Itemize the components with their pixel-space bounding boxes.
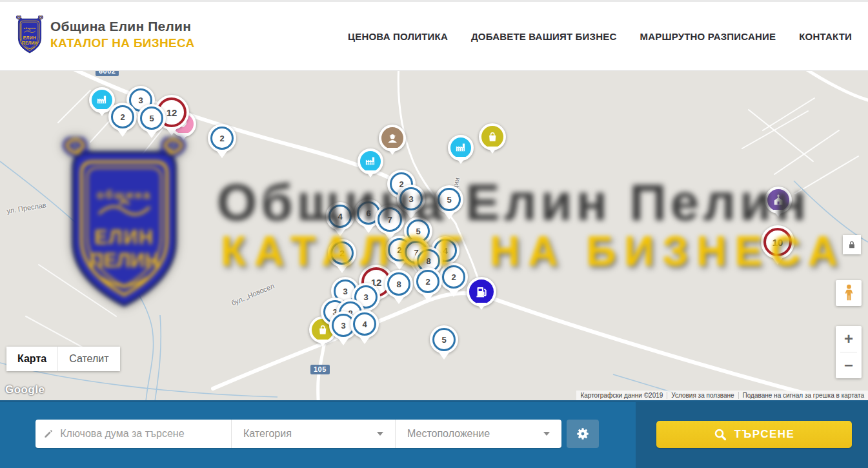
cluster-count: 2 <box>111 105 134 128</box>
svg-text:ЕЛИН: ЕЛИН <box>23 36 37 40</box>
zoom-in-button[interactable]: + <box>836 326 862 352</box>
category-pin-worker[interactable] <box>379 125 406 152</box>
svg-text:ПЕЛИН: ПЕЛИН <box>90 249 159 271</box>
category-pin-bag[interactable] <box>479 123 506 150</box>
chevron-down-icon <box>377 432 383 436</box>
bag-icon <box>316 323 329 336</box>
category-pin-factory[interactable] <box>448 135 474 161</box>
category-pin-factory[interactable] <box>358 148 383 174</box>
cluster-count: 5 <box>432 328 456 351</box>
factory-icon <box>96 94 108 106</box>
cluster-count: 2 <box>210 127 234 150</box>
advanced-settings-button[interactable] <box>567 420 599 448</box>
category-select-label: Категория <box>243 428 292 440</box>
brand-title: Община Елин Пелин <box>50 19 195 34</box>
map-type-control: Карта Сателит <box>6 347 120 371</box>
svg-text:община: община <box>97 188 152 201</box>
cluster-marker[interactable]: 2 <box>208 124 236 152</box>
page: община ЕЛИН ПЕЛИН Община Елин Пелин КАТА… <box>0 0 868 468</box>
street-view-pegman-button[interactable] <box>836 280 862 306</box>
nav-contacts[interactable]: КОНТАКТИ <box>799 31 852 42</box>
factory-icon <box>364 155 376 167</box>
worker-icon <box>386 132 399 145</box>
bag-icon <box>486 130 499 143</box>
map-type-map-button[interactable]: Карта <box>6 347 57 371</box>
attribution-terms-link[interactable]: Условия за ползване <box>667 392 738 399</box>
cluster-tail <box>423 294 433 301</box>
search-bar: Категория Местоположение ТЪРСЕНЕ <box>0 400 868 468</box>
header: община ЕЛИН ПЕЛИН Община Елин Пелин КАТА… <box>0 2 868 71</box>
search-fields-group: Категория Местоположение <box>35 420 561 448</box>
attribution-copyright: Картографски данни ©2019 <box>576 392 667 399</box>
gear-icon <box>576 427 590 441</box>
cluster-tail <box>167 128 177 136</box>
cluster-count: 4 <box>353 312 376 336</box>
keyword-field-wrap <box>35 420 231 448</box>
pin-tail <box>476 303 487 310</box>
pin-tail <box>487 147 498 154</box>
svg-text:община: община <box>24 26 36 30</box>
google-logo[interactable]: Google <box>5 383 45 396</box>
svg-text:ЕЛИН: ЕЛИН <box>94 226 154 248</box>
route-badge: 6002 <box>96 71 119 76</box>
municipality-crest-logo[interactable]: община ЕЛИН ПЕЛИН <box>14 15 45 57</box>
pencil-icon <box>43 428 54 440</box>
crest-graphic: община ЕЛИН ПЕЛИН <box>55 137 194 323</box>
cluster-tail <box>439 352 449 360</box>
map-attribution: Картографски данни ©2019 Условия за полз… <box>576 391 868 400</box>
pin-tail <box>456 157 466 164</box>
pin-tail <box>318 340 328 347</box>
search-button[interactable]: ТЪРСЕНЕ <box>656 421 852 448</box>
lock-icon <box>847 240 856 249</box>
watermark-title: Община Елин Пелин <box>217 173 811 232</box>
pin-tail <box>387 148 398 155</box>
cluster-tail <box>117 130 128 137</box>
nav-route-schedule[interactable]: МАРШРУТНО РАЗПИСАНИЕ <box>640 31 776 42</box>
cluster-count: 5 <box>140 107 163 130</box>
cluster-marker[interactable]: 5 <box>430 325 458 354</box>
cluster-tail <box>359 337 370 344</box>
location-select-label: Местоположение <box>407 428 490 440</box>
pegman-icon <box>843 284 855 302</box>
cluster-tail <box>394 297 404 304</box>
keyword-search-input[interactable] <box>60 428 223 440</box>
watermark-subtitle: КАТАЛОГ НА БИЗНЕСА <box>221 227 846 275</box>
category-pin-fuel[interactable] <box>467 277 496 307</box>
pin-tail <box>97 109 107 116</box>
cluster-marker[interactable]: 4 <box>350 310 379 338</box>
zoom-control: + − <box>836 326 862 378</box>
location-select[interactable]: Местоположение <box>395 420 561 448</box>
main-nav: ЦЕНОВА ПОЛИТИКА ДОБАВЕТЕ ВАШИЯТ БИЗНЕС М… <box>348 2 852 70</box>
lock-button[interactable] <box>843 235 861 254</box>
cluster-marker[interactable]: 5 <box>137 104 166 132</box>
nav-add-your-business[interactable]: ДОБАВЕТЕ ВАШИЯТ БИЗНЕС <box>471 31 616 42</box>
cluster-count: 8 <box>387 272 410 296</box>
map-type-satellite-button[interactable]: Сателит <box>57 347 119 371</box>
route-badge: 105 <box>310 365 330 374</box>
watermark-crest: община ЕЛИН ПЕЛИН <box>55 137 194 325</box>
search-button-label: ТЪРСЕНЕ <box>734 428 795 441</box>
google-map[interactable]: 6002 105 ул. Преслав бул. „Новосел ции <box>0 71 868 400</box>
cluster-tail <box>217 151 227 158</box>
fuel-icon <box>474 285 489 300</box>
zoom-out-button[interactable]: − <box>836 352 862 378</box>
cluster-tail <box>338 338 348 345</box>
cluster-marker[interactable]: 2 <box>108 103 137 131</box>
crest-graphic: община ЕЛИН ПЕЛИН <box>14 15 45 57</box>
brand: Община Елин Пелин КАТАЛОГ НА БИЗНЕСА <box>50 19 195 50</box>
category-select[interactable]: Категория <box>231 420 395 448</box>
factory-icon <box>454 141 467 154</box>
search-icon <box>714 428 727 441</box>
brand-subtitle: КАТАЛОГ НА БИЗНЕСА <box>50 36 195 50</box>
cluster-tail <box>449 290 459 297</box>
nav-pricing-policy[interactable]: ЦЕНОВА ПОЛИТИКА <box>348 31 448 42</box>
chevron-down-icon <box>543 432 550 436</box>
attribution-report-error-link[interactable]: Подаване на сигнал за грешка в картата <box>738 392 868 399</box>
svg-text:ПЕЛИН: ПЕЛИН <box>22 41 37 45</box>
